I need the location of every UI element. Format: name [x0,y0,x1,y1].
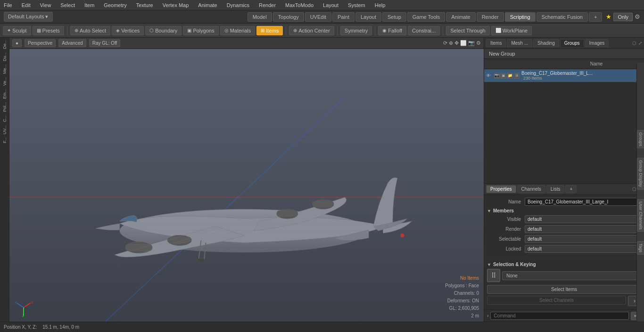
viewport-perspective[interactable]: Perspective [25,39,56,47]
menu-texture[interactable]: Texture [134,2,155,8]
tab-shading[interactable]: Shading [533,39,559,47]
tab-items[interactable]: Items [486,39,506,47]
viewport-icon-camera[interactable]: 📷 [468,40,475,46]
vertices-button[interactable]: ◈ Vertices [112,26,144,35]
symmetry-button[interactable]: Symmetry [340,26,372,35]
tab-layout[interactable]: Layout [355,12,381,22]
sculpt-button[interactable]: ✦ Sculpt [3,26,31,35]
viewport-icon-rotate[interactable]: ⟳ [443,40,447,46]
render-dropdown[interactable]: default ▾ [525,225,641,233]
tab-lists[interactable]: Lists [546,185,565,193]
left-tool-pol[interactable]: Pol... [2,101,8,113]
menu-view[interactable]: View [38,2,53,8]
gear-icon[interactable]: ⚙ [635,13,640,20]
command-toggle[interactable]: › [487,313,488,318]
tab-paint[interactable]: Paint [332,12,355,22]
default-layouts-dropdown[interactable]: Default Layouts ▾ [4,12,53,22]
group-item[interactable]: 👁 📷 ▣ 📁 ⊞ Boeing_C17_Globemaster_III_L..… [484,69,644,82]
items-button[interactable]: ⊞ Items [256,26,283,35]
select-channels-row: Select Channels › [487,296,641,307]
tab-setup[interactable]: Setup [382,12,406,22]
props-expand-icon[interactable]: ⬡ [632,186,636,192]
select-items-button[interactable]: Select Items [487,285,641,294]
menu-render[interactable]: Render [257,2,278,8]
fullscreen-icon[interactable]: ⤢ [638,40,642,46]
tab-model[interactable]: Model [248,12,272,22]
star-button[interactable]: ★ [606,13,611,20]
menu-animate[interactable]: Animate [196,2,219,8]
viewport-icon-frame[interactable]: ⬜ [460,40,467,46]
vertical-group-display-label[interactable]: Group Display [637,158,644,189]
vertical-tags-label[interactable]: Tags [637,241,644,255]
viewport-ray-gl[interactable]: Ray GL: Off [89,39,121,47]
members-toggle[interactable]: ▼ [487,209,491,213]
left-tool-de[interactable]: De... [2,39,8,50]
tab-properties[interactable]: Properties [486,185,516,193]
left-tool-em[interactable]: Em... [2,88,8,100]
menu-select[interactable]: Select [58,2,77,8]
new-group-button[interactable]: New Group [484,49,644,59]
menu-maxtomodo[interactable]: MaxToModo [283,2,315,8]
tab-scripting[interactable]: Scripting [505,12,536,22]
menu-system[interactable]: System [346,2,367,8]
viewport-canvas[interactable]: No Items Polygons : Face Channels: 0 Def… [9,49,484,322]
tab-groups[interactable]: Groups [560,39,584,47]
left-tool-c[interactable]: C... [2,114,8,123]
presets-button[interactable]: ▦ Presets [33,26,64,35]
command-input[interactable] [490,312,629,320]
boundary-button[interactable]: ⬡ Boundary [145,26,182,35]
visible-dropdown[interactable]: default ▾ [525,215,641,223]
left-tool-du[interactable]: Du... [2,51,8,63]
render-row: Render default ▾ [487,225,641,233]
tab-schematic-fusion[interactable]: Schematic Fusion [537,12,588,22]
expand-icon[interactable]: ⬡ [632,40,636,46]
polygons-button[interactable]: ▣ Polygons [183,26,218,35]
falloff-button[interactable]: ◉ Falloff [378,26,406,35]
viewport-icon-zoom[interactable]: ⊕ [449,40,453,46]
vertical-groups-label[interactable]: Groups [637,130,644,149]
menu-edit[interactable]: Edit [20,2,33,8]
tab-add-prop[interactable]: + [565,185,577,193]
tab-game-tools[interactable]: Game Tools [407,12,446,22]
menu-help[interactable]: Help [373,2,388,8]
tab-channels[interactable]: Channels [517,185,545,193]
locked-dropdown[interactable]: default ▾ [525,245,641,253]
viewport-icon-settings[interactable]: ⚙ [476,40,481,46]
tab-uvedit[interactable]: UVEdit [305,12,331,22]
action-center-button[interactable]: ⊕ Action Center [289,26,334,35]
viewport-icon-pan[interactable]: ✥ [454,40,459,46]
left-tool-uv[interactable]: UV... [2,124,8,136]
group-eye-icon[interactable]: 👁 [486,73,493,78]
vertical-user-channels-label[interactable]: User Channels [637,199,644,232]
none-button[interactable]: None [502,271,641,280]
tab-images[interactable]: Images [585,39,609,47]
tab-animate[interactable]: Animate [446,12,475,22]
tab-add[interactable]: + [589,12,602,22]
sel-keying-toggle[interactable]: ▼ [487,262,491,267]
left-tool-f[interactable]: F... [2,136,8,145]
left-tool-me[interactable]: Me... [2,63,8,75]
viewport-mode-dot[interactable]: ● [12,39,22,47]
tab-mesh[interactable]: Mesh ... [507,39,532,47]
workplane-button[interactable]: ⬜ WorkPlane [491,26,532,35]
viewport-advanced[interactable]: Advanced [58,39,86,47]
menu-file[interactable]: File [2,2,14,8]
auto-select-button[interactable]: ⊕ Auto Select [70,26,110,35]
tab-render[interactable]: Render [477,12,504,22]
menu-geometry[interactable]: Geometry [102,2,128,8]
only-button[interactable]: Only [613,13,633,21]
left-tool-ve[interactable]: Ve... [2,76,8,87]
menu-item[interactable]: Item [83,2,96,8]
keying-grid-icon[interactable]: ⠿ [487,269,500,282]
tab-topology[interactable]: Topology [273,12,304,22]
name-input[interactable] [525,198,641,206]
selectable-dropdown[interactable]: default ▾ [525,235,641,243]
constraints-button[interactable]: Constrai... [408,26,440,35]
no-items-label: No Items [445,275,479,282]
menu-layout[interactable]: Layout [321,2,340,8]
materials-button[interactable]: ◎ Materials [220,26,256,35]
viewport[interactable]: ● Perspective Advanced Ray GL: Off ⟳ ⊕ ✥… [9,38,484,322]
select-through-button[interactable]: Select Through [446,26,489,35]
menu-vertex-map[interactable]: Vertex Map [161,2,191,8]
menu-dynamics[interactable]: Dynamics [225,2,251,8]
